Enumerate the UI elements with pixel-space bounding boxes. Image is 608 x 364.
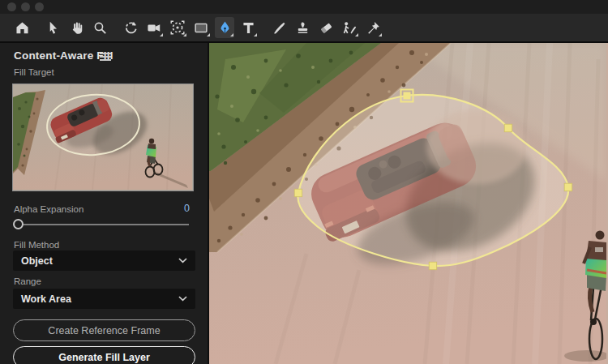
range-dropdown[interactable]: Work Area [13, 289, 195, 309]
composition-viewport[interactable] [209, 43, 608, 364]
mask-handle-bottom[interactable] [429, 262, 437, 270]
tool-brush[interactable] [269, 17, 289, 38]
chevron-down-icon [178, 258, 187, 263]
fill-target-preview [12, 84, 194, 191]
tool-pen[interactable] [215, 17, 234, 38]
stamp-icon [295, 20, 310, 36]
tool-roto-brush[interactable] [340, 17, 359, 38]
range-selected-value: Work Area [21, 293, 71, 305]
tool-camera[interactable] [144, 17, 164, 38]
alpha-expansion-slider[interactable] [13, 218, 191, 231]
brush-icon [272, 20, 287, 36]
fill-method-dropdown[interactable]: Object [13, 251, 195, 271]
tools-toolbar [0, 14, 608, 41]
content-aware-fill-panel: Content-Aware Fill Fill Target [0, 43, 209, 364]
selection-arrow-icon [45, 20, 61, 36]
subtool-triangle-icon [183, 33, 186, 36]
fill-target-label: Fill Target [14, 67, 54, 77]
window-titlebar [0, 0, 608, 14]
tool-orbit[interactable] [168, 17, 187, 38]
home-icon [15, 20, 30, 36]
fill-method-selected-value: Object [21, 255, 53, 267]
hamburger-icon [100, 56, 111, 58]
rotate-icon [123, 20, 139, 36]
alpha-expansion-label: Alpha Expansion [14, 204, 83, 214]
mask-handle-right[interactable] [564, 183, 572, 191]
tool-puppet-pin[interactable] [363, 17, 383, 38]
tool-type[interactable] [238, 17, 258, 38]
subtool-triangle-icon [355, 33, 358, 36]
subtool-triangle-icon [379, 33, 382, 36]
tool-eraser[interactable] [316, 17, 336, 38]
generate-fill-layer-button[interactable]: Generate Fill Layer [13, 346, 195, 364]
tool-selection[interactable] [43, 17, 62, 38]
composition-canvas[interactable] [209, 43, 606, 364]
eraser-icon [319, 20, 334, 36]
range-label: Range [14, 276, 41, 286]
panel-menu-button[interactable] [99, 51, 112, 62]
tool-hand[interactable] [66, 17, 86, 38]
slider-knob[interactable] [13, 219, 24, 229]
mask-handle-upper-right[interactable] [504, 124, 512, 132]
hamburger-icon [100, 53, 111, 54]
hamburger-icon [100, 59, 111, 61]
alpha-expansion-value[interactable]: 0 [184, 203, 190, 214]
subtool-triangle-icon [230, 33, 233, 36]
after-effects-window: Content-Aware Fill Fill Target [0, 0, 608, 364]
magnifier-icon [92, 20, 108, 36]
tool-rect-mask[interactable] [191, 17, 211, 38]
fill-target-thumbnail [13, 84, 192, 190]
window-dot-icon[interactable] [7, 2, 16, 11]
tool-rotation[interactable] [121, 17, 140, 38]
subtool-triangle-icon [207, 33, 210, 36]
mask-handle-top[interactable] [404, 92, 411, 100]
mask-handle-left[interactable] [294, 189, 302, 197]
subtool-triangle-icon [160, 33, 163, 36]
chevron-down-icon [178, 296, 187, 302]
tool-clone-stamp[interactable] [293, 17, 312, 38]
create-reference-frame-button[interactable]: Create Reference Frame [13, 319, 195, 341]
slider-track[interactable] [24, 224, 189, 225]
tool-zoom[interactable] [90, 17, 109, 38]
hand-icon [69, 20, 84, 36]
fill-method-label: Fill Method [14, 240, 59, 250]
window-dot-icon[interactable] [35, 2, 44, 11]
tool-home[interactable] [12, 17, 32, 38]
window-dot-icon[interactable] [21, 2, 30, 11]
subtool-triangle-icon [254, 33, 257, 36]
